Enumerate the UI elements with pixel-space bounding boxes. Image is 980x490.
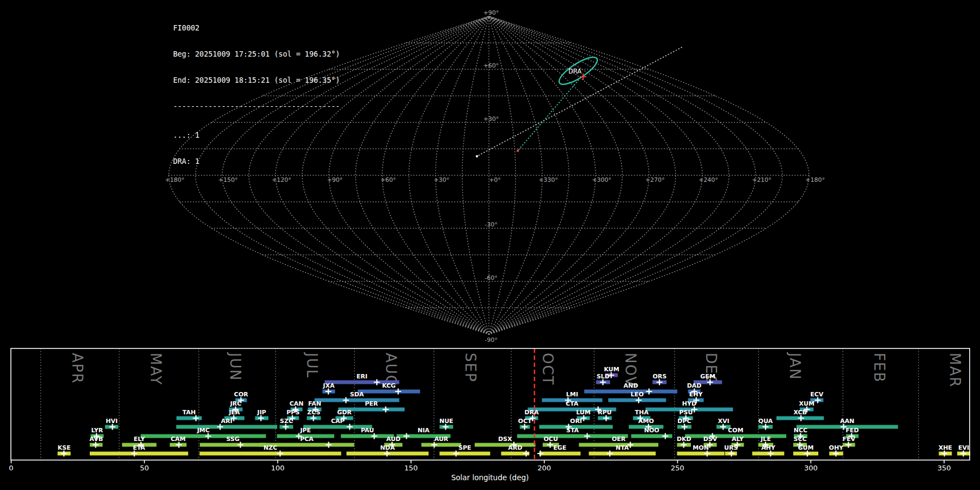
lon-label: +300° <box>592 176 611 183</box>
shower-code-nue: NUE <box>439 418 454 425</box>
peak-marker-sda <box>343 397 349 403</box>
shower-code-nia: NIA <box>418 427 430 434</box>
peak-marker-kcg <box>395 389 401 395</box>
shower-code-ely: ELY <box>133 436 145 443</box>
shower-code-cap: CAP <box>331 418 345 425</box>
shower-code-tah: TAH <box>182 409 195 416</box>
peak-marker-sta <box>584 433 590 439</box>
shower-spe <box>439 452 490 456</box>
peak-marker-ege <box>537 451 543 457</box>
shower-code-com: COM <box>728 427 743 434</box>
lon-label: +60° <box>381 176 396 183</box>
shower-code-gdr: GDR <box>337 409 352 416</box>
x-tick-label: 200 <box>537 464 551 472</box>
peak-marker-ocu <box>547 442 553 448</box>
peak-marker-ors <box>657 379 663 385</box>
month-label-may: MAY <box>148 353 164 385</box>
peak-marker-kse <box>61 451 67 457</box>
shower-code-pca: PCA <box>300 436 314 443</box>
shower-code-kum: KUM <box>604 366 619 373</box>
shower-code-dsv: DSV <box>703 436 718 443</box>
peak-marker-and <box>646 389 652 395</box>
peak-marker-avb <box>93 442 99 448</box>
shower-code-noo: NOO <box>644 427 659 434</box>
shower-code-xum: XUM <box>799 400 814 407</box>
shower-code-can: CAN <box>290 400 304 407</box>
shower-kcg <box>358 390 420 394</box>
month-label-jan: JAN <box>787 352 803 380</box>
peak-marker-xcb <box>798 415 804 421</box>
peak-marker-ari <box>217 424 223 430</box>
shower-code-nzc: NZC <box>264 444 277 451</box>
shower-code-pau: PAU <box>361 427 374 434</box>
shower-aur <box>421 443 461 447</box>
lat-label: -90° <box>485 336 497 344</box>
trail-end-dot <box>517 150 519 152</box>
lat-label: +60° <box>483 62 499 69</box>
sporadic-meteor-trail <box>476 47 682 157</box>
peak-marker-pau <box>371 433 377 439</box>
end-time: End: 20251009 18:15:21 (sol = 196.35°) <box>173 76 340 85</box>
shower-code-ssg: SSG <box>226 436 240 443</box>
lon-label: +330° <box>538 176 558 183</box>
peak-marker-evi <box>960 451 966 457</box>
peak-marker-nta <box>607 451 613 457</box>
sporadic-count: ...: 1 <box>173 131 340 140</box>
x-tick-label: 50 <box>140 464 149 472</box>
peak-marker-eri <box>374 379 380 385</box>
lat-label: -30° <box>485 221 497 228</box>
shower-code-lmi: LMI <box>566 391 578 398</box>
shower-code-scc: SCC <box>793 436 806 443</box>
shower-code-cta: CTA <box>566 400 579 407</box>
peak-marker-cap <box>347 424 353 430</box>
shower-code-sda: SDA <box>350 391 364 398</box>
peak-marker-nue <box>443 424 449 430</box>
month-label-apr: APR <box>69 353 85 384</box>
shower-code-cam: CAM <box>170 436 186 443</box>
shower-code-pps: PPS <box>286 409 299 416</box>
peak-marker-nda <box>384 451 390 457</box>
shower-code-ard: ARD <box>508 444 522 451</box>
lat-label: +90° <box>483 9 499 16</box>
observation-info: FI0002 Beg: 20251009 17:25:01 (sol = 196… <box>173 7 340 183</box>
peak-marker-zcs <box>310 415 316 421</box>
shower-code-fan: FAN <box>308 400 321 407</box>
peak-marker-leo <box>636 397 642 403</box>
shower-code-lum: LUM <box>576 409 591 416</box>
shower-eta <box>90 452 188 456</box>
dra-meteor-trail <box>517 78 580 152</box>
peak-marker-mon <box>704 451 710 457</box>
shower-code-evi: EVI <box>958 444 969 451</box>
shower-code-ecv: ECV <box>810 391 824 398</box>
peak-marker-aur <box>431 442 437 448</box>
shower-code-dra: DRA <box>524 409 539 416</box>
lon-label: +0° <box>489 176 501 183</box>
peak-marker-ard <box>523 451 529 457</box>
shower-code-ohy: OHY <box>829 444 844 451</box>
shower-code-hyd: HYD <box>682 400 696 407</box>
shower-labels-and-peaks: KUMERISLDORSGEMJXAKCGANDDADCORSDALMILEOE… <box>58 366 969 457</box>
peak-marker-pca <box>326 442 332 448</box>
lat-label: +30° <box>483 115 499 122</box>
shower-code-szc: SZC <box>280 418 293 425</box>
shower-code-aly: ALY <box>732 436 744 443</box>
peak-marker-oct <box>522 424 528 430</box>
shower-code-amo: AMO <box>638 418 654 425</box>
peak-marker-qua <box>763 424 769 430</box>
peak-marker-nzc <box>277 451 283 457</box>
shower-code-avb: AVB <box>89 436 103 443</box>
month-label-oct: OCT <box>540 353 556 386</box>
shower-code-kcg: KCG <box>382 382 396 389</box>
shower-code-jxa: JXA <box>322 382 335 389</box>
begin-time: Beg: 20251009 17:25:01 (sol = 196.32°) <box>173 50 340 59</box>
x-axis-title: Solar longitude (deg) <box>451 473 529 482</box>
x-tick-label: 250 <box>671 464 684 472</box>
shower-nta <box>589 452 656 456</box>
peak-marker-szc <box>283 424 289 430</box>
month-label-feb: FEB <box>871 353 887 383</box>
peak-marker-dkd <box>681 442 687 448</box>
shower-code-eri: ERI <box>357 373 367 380</box>
lon-label: +30° <box>434 176 450 183</box>
month-label-sep: SEP <box>462 353 479 383</box>
shower-code-spe: SPE <box>458 444 471 451</box>
